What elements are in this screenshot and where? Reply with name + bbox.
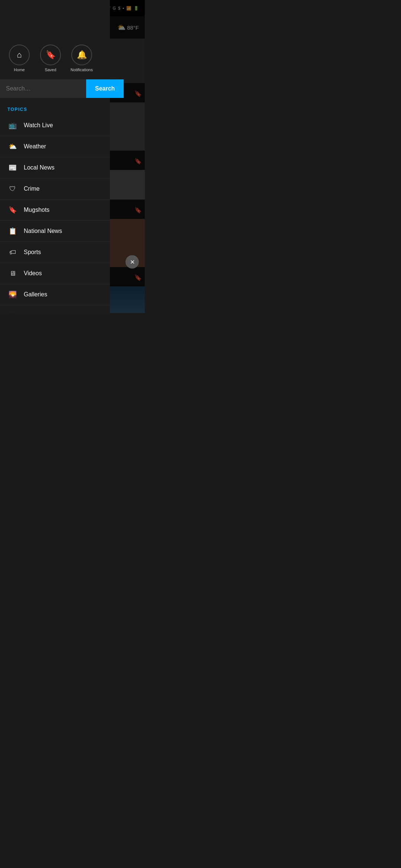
menu-item-mugshots[interactable]: 🔖Mugshots <box>0 200 110 221</box>
menu-item-local-news[interactable]: 📰Local News <box>0 157 110 178</box>
videos-icon: 🖥 <box>7 268 18 279</box>
sports-label: Sports <box>24 249 41 256</box>
saved-label: Saved <box>45 68 56 72</box>
close-button[interactable]: ✕ <box>125 255 139 269</box>
menu-item-watch-live[interactable]: 📺Watch Live <box>0 115 110 136</box>
bell-icon: 🔔 <box>71 45 92 65</box>
local-news-label: Local News <box>24 164 55 171</box>
saved-icon: 🔖 <box>40 45 61 65</box>
national-news-label: National News <box>24 228 62 234</box>
news-at-ten-icon: 📺 <box>7 310 18 313</box>
local-news-icon: 📰 <box>7 162 18 173</box>
nav-icons-row: ⌂ Home 🔖 Saved 🔔 Notifications <box>0 39 110 79</box>
search-button[interactable]: Search <box>86 79 124 98</box>
menu-item-national-news[interactable]: 📋National News <box>0 221 110 242</box>
menu-item-sports[interactable]: 🏷Sports <box>0 242 110 263</box>
galleries-icon: 🌄 <box>7 289 18 300</box>
galleries-label: Galleries <box>24 291 47 298</box>
home-label: Home <box>14 68 25 72</box>
national-news-icon: 📋 <box>7 226 18 236</box>
search-bar: Search <box>0 79 110 98</box>
menu-item-videos[interactable]: 🖥Videos <box>0 263 110 284</box>
menu-item-weather[interactable]: ⛅Weather <box>0 136 110 157</box>
home-icon: ⌂ <box>9 45 30 65</box>
watch-live-icon: 📺 <box>7 120 18 131</box>
topics-section-label: TOPICS <box>0 102 110 115</box>
nav-notifications[interactable]: 🔔 Notifications <box>70 45 94 72</box>
watch-live-label: Watch Live <box>24 122 53 129</box>
mugshots-label: Mugshots <box>24 207 49 213</box>
news-at-ten-label: News @ Ten <box>24 312 58 313</box>
crime-icon: 🛡 <box>7 184 18 194</box>
side-drawer: ⌂ Home 🔖 Saved 🔔 Notifications Search TO… <box>0 0 110 313</box>
nav-saved[interactable]: 🔖 Saved <box>39 45 62 72</box>
menu-item-news-at-ten[interactable]: 📺News @ Ten <box>0 305 110 313</box>
mugshots-icon: 🔖 <box>7 205 18 215</box>
search-input[interactable] <box>0 79 86 98</box>
menu-item-crime[interactable]: 🛡Crime <box>0 178 110 200</box>
weather-icon: ⛅ <box>7 141 18 152</box>
menu-items-list: 📺Watch Live⛅Weather📰Local News🛡Crime🔖Mug… <box>0 115 110 313</box>
videos-label: Videos <box>24 270 42 277</box>
weather-label: Weather <box>24 143 46 150</box>
menu-item-galleries[interactable]: 🌄Galleries <box>0 284 110 305</box>
crime-label: Crime <box>24 185 40 192</box>
notifications-label: Notifications <box>71 68 93 72</box>
sports-icon: 🏷 <box>7 247 18 257</box>
nav-home[interactable]: ⌂ Home <box>7 45 31 72</box>
